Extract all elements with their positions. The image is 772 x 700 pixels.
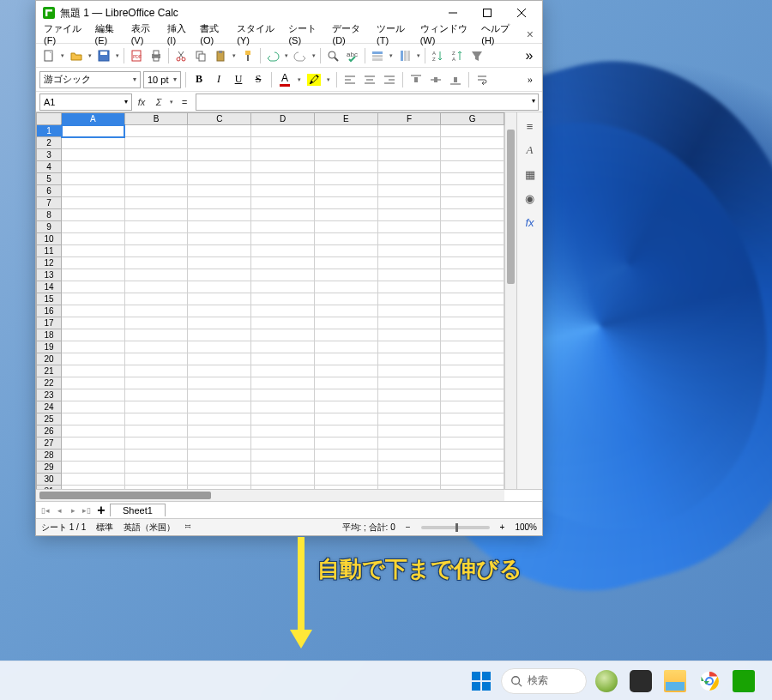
cell-D4[interactable]	[251, 161, 315, 173]
cell-C12[interactable]	[188, 257, 251, 269]
cell-E29[interactable]	[314, 462, 377, 474]
cell-C10[interactable]	[188, 233, 251, 245]
font-size-combo[interactable]: 10 pt▾	[143, 71, 181, 88]
sidebar-gallery-icon[interactable]: ▦	[522, 166, 539, 183]
status-language[interactable]: 英語（米国）	[124, 522, 175, 534]
cell-D2[interactable]	[251, 137, 315, 149]
row-header-2[interactable]: 2	[37, 137, 62, 149]
cell-C2[interactable]	[188, 137, 251, 149]
italic-button[interactable]: I	[210, 71, 227, 88]
row-header-21[interactable]: 21	[37, 365, 62, 377]
cell-F8[interactable]	[377, 209, 441, 221]
cell-C14[interactable]	[188, 281, 251, 293]
cell-B22[interactable]	[124, 377, 188, 389]
row-header-4[interactable]: 4	[37, 161, 62, 173]
cell-B14[interactable]	[124, 281, 188, 293]
cell-G19[interactable]	[441, 341, 504, 353]
cell-F22[interactable]	[377, 377, 441, 389]
cell-B19[interactable]	[124, 341, 188, 353]
cell-B28[interactable]	[124, 450, 188, 462]
sidebar-functions-icon[interactable]: fx	[522, 214, 539, 231]
cell-C31[interactable]	[188, 486, 251, 490]
cell-G8[interactable]	[441, 209, 504, 221]
spellcheck-button[interactable]: abc	[343, 46, 362, 65]
cell-D3[interactable]	[251, 149, 315, 161]
cell-A4[interactable]	[62, 161, 125, 173]
align-center-button[interactable]	[361, 71, 378, 88]
cell-E10[interactable]	[314, 233, 377, 245]
cell-C22[interactable]	[188, 377, 251, 389]
cell-D23[interactable]	[251, 389, 315, 401]
cell-A18[interactable]	[62, 329, 125, 341]
cell-E31[interactable]	[314, 486, 377, 490]
cell-D13[interactable]	[251, 269, 315, 281]
cell-B18[interactable]	[124, 329, 188, 341]
cell-A24[interactable]	[62, 401, 125, 413]
cell-C21[interactable]	[188, 365, 251, 377]
cell-F31[interactable]	[377, 486, 441, 490]
cell-D30[interactable]	[251, 474, 315, 486]
cell-D26[interactable]	[251, 425, 315, 438]
cell-G31[interactable]	[441, 486, 504, 490]
cell-C25[interactable]	[188, 413, 251, 425]
cell-F28[interactable]	[377, 450, 441, 462]
status-sum[interactable]: 平均: ; 合計: 0	[342, 522, 395, 534]
cell-C16[interactable]	[188, 305, 251, 317]
cell-G25[interactable]	[441, 413, 504, 425]
cell-G21[interactable]	[441, 365, 504, 377]
cell-G5[interactable]	[441, 173, 504, 185]
pdf-button[interactable]: PDF	[127, 46, 146, 65]
column-header-A[interactable]: A	[62, 113, 125, 125]
col-dropdown[interactable]: ▾	[415, 52, 422, 59]
cell-B21[interactable]	[124, 365, 188, 377]
cell-A21[interactable]	[62, 365, 125, 377]
cell-G3[interactable]	[441, 149, 504, 161]
paste-button[interactable]	[211, 46, 230, 65]
cell-A25[interactable]	[62, 413, 125, 425]
column-header-G[interactable]: G	[441, 113, 504, 125]
cell-D14[interactable]	[251, 281, 315, 293]
row-header-31[interactable]: 31	[37, 486, 62, 490]
row-header-28[interactable]: 28	[37, 450, 62, 462]
paint-format-button[interactable]	[238, 46, 257, 65]
row-header-24[interactable]: 24	[37, 401, 62, 413]
taskbar-chrome[interactable]	[695, 667, 724, 696]
cell-E24[interactable]	[314, 401, 377, 413]
cell-E13[interactable]	[314, 269, 377, 281]
cell-A9[interactable]	[62, 221, 125, 233]
cell-C20[interactable]	[188, 353, 251, 365]
sidebar-navigator-icon[interactable]: ◉	[522, 190, 539, 207]
cell-B25[interactable]	[124, 413, 188, 425]
cell-B27[interactable]	[124, 438, 188, 450]
cell-E22[interactable]	[314, 377, 377, 389]
cell-F27[interactable]	[377, 438, 441, 450]
cell-B26[interactable]	[124, 425, 188, 438]
cell-B11[interactable]	[124, 245, 188, 257]
cell-G6[interactable]	[441, 185, 504, 197]
cell-F3[interactable]	[377, 149, 441, 161]
row-header-26[interactable]: 26	[37, 425, 62, 438]
cell-B24[interactable]	[124, 401, 188, 413]
cell-C17[interactable]	[188, 317, 251, 329]
cell-G27[interactable]	[441, 438, 504, 450]
find-button[interactable]	[323, 46, 342, 65]
cell-G17[interactable]	[441, 317, 504, 329]
cell-A14[interactable]	[62, 281, 125, 293]
cell-E26[interactable]	[314, 425, 377, 438]
undo-button[interactable]	[263, 46, 282, 65]
taskbar-search[interactable]: 検索	[501, 668, 587, 694]
cell-B13[interactable]	[124, 269, 188, 281]
cell-G16[interactable]	[441, 305, 504, 317]
select-all-corner[interactable]	[37, 113, 62, 125]
cell-F24[interactable]	[377, 401, 441, 413]
cell-B1[interactable]	[124, 125, 188, 137]
cell-G30[interactable]	[441, 474, 504, 486]
zoom-out-button[interactable]: −	[406, 522, 411, 532]
cell-C24[interactable]	[188, 401, 251, 413]
cell-D22[interactable]	[251, 377, 315, 389]
status-mode[interactable]: 標準	[96, 522, 113, 534]
cell-B8[interactable]	[124, 209, 188, 221]
cell-E3[interactable]	[314, 149, 377, 161]
cell-E6[interactable]	[314, 185, 377, 197]
zoom-value[interactable]: 100%	[515, 522, 537, 532]
